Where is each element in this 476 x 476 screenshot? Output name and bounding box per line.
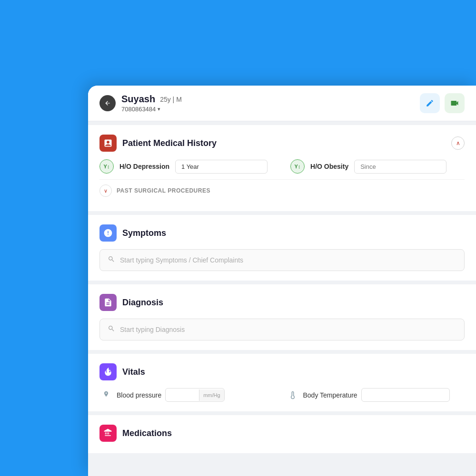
diagnosis-placeholder: Start typing Diagnosis — [120, 326, 185, 333]
vitals-header: Vitals — [99, 363, 465, 380]
symptoms-icon — [99, 224, 117, 242]
vitals-title: Vitals — [122, 367, 145, 377]
patient-header: Suyash 25y | M 7080863484 ▾ — [88, 86, 476, 121]
diagnosis-title: Diagnosis — [122, 298, 163, 308]
medical-history-header: Patient Medical History ∧ — [99, 135, 465, 152]
symptoms-search-icon — [108, 255, 115, 265]
medications-header: Medications — [99, 425, 465, 442]
edge-dot-4 — [88, 251, 92, 254]
symptoms-header: Symptoms — [99, 224, 465, 242]
medications-title: Medications — [122, 428, 172, 438]
body-temperature-field[interactable] — [361, 388, 450, 402]
patient-name: Suyash — [121, 94, 155, 105]
blood-pressure-icon — [99, 389, 113, 402]
medical-history-icon — [99, 135, 117, 152]
history-badge-1: Y↕ — [99, 159, 114, 174]
back-button[interactable] — [99, 95, 116, 111]
edge-dot-3 — [88, 241, 92, 245]
vitals-row: Blood pressure mm/Hg Body Temperature — [99, 388, 465, 402]
past-surgical-label: PAST SURGICAL PROCEDURES — [117, 187, 210, 194]
past-surgical-section[interactable]: ∨ PAST SURGICAL PROCEDURES — [99, 179, 465, 202]
history-label-2: H/O Obesity — [310, 163, 348, 170]
blood-pressure-field[interactable] — [166, 389, 199, 401]
diagnosis-search[interactable]: Start typing Diagnosis — [99, 319, 465, 340]
symptoms-title: Symptoms — [122, 228, 166, 238]
diagnosis-section: Diagnosis Start typing Diagnosis — [88, 284, 476, 350]
edge-dot-1 — [88, 222, 92, 226]
blood-pressure-input-wrapper: mm/Hg — [165, 388, 224, 402]
body-temperature-item: Body Temperature — [286, 388, 465, 402]
symptoms-search[interactable]: Start typing Symptoms / Chief Complaints — [99, 249, 465, 271]
diagnosis-search-icon — [108, 325, 115, 334]
history-since-input[interactable] — [354, 160, 446, 174]
history-label-1: H/O Depression — [119, 163, 169, 170]
medications-section: Medications — [88, 415, 476, 453]
patient-phone: 7080863484 — [121, 106, 156, 113]
video-button[interactable] — [445, 93, 465, 113]
edge-dot-2 — [88, 232, 92, 235]
medical-history-section: Patient Medical History ∧ Y↕ H/O Depress… — [88, 125, 476, 211]
medications-icon — [99, 425, 117, 442]
blood-pressure-item: Blood pressure mm/Hg — [99, 388, 278, 402]
history-value-1[interactable] — [175, 160, 268, 174]
vitals-icon — [99, 363, 117, 380]
history-badge-2: Y↕ — [290, 159, 305, 174]
phone-dropdown-icon[interactable]: ▾ — [158, 106, 160, 112]
vitals-section: Vitals Blood pressure mm/Hg — [88, 354, 476, 411]
medical-history-collapse[interactable]: ∧ — [451, 136, 465, 150]
symptoms-section: Symptoms Start typing Symptoms / Chief C… — [88, 215, 476, 281]
past-surgical-icon: ∨ — [99, 185, 112, 197]
edit-button[interactable] — [420, 93, 440, 113]
app-container: Suyash 25y | M 7080863484 ▾ — [88, 86, 476, 476]
symptoms-placeholder: Start typing Symptoms / Chief Complaints — [120, 256, 243, 264]
header-actions — [420, 93, 465, 113]
edge-dots — [88, 222, 92, 254]
diagnosis-icon — [99, 294, 117, 311]
blood-pressure-unit: mm/Hg — [199, 389, 224, 401]
body-temperature-label: Body Temperature — [303, 391, 357, 399]
main-content: Suyash 25y | M 7080863484 ▾ — [88, 86, 476, 476]
medical-history-title: Patient Medical History — [122, 138, 217, 148]
body-temperature-icon — [286, 389, 299, 402]
blood-pressure-label: Blood pressure — [117, 391, 161, 399]
patient-age-gender: 25y | M — [160, 96, 182, 103]
diagnosis-header: Diagnosis — [99, 294, 465, 311]
patient-info: Suyash 25y | M 7080863484 ▾ — [121, 94, 414, 113]
